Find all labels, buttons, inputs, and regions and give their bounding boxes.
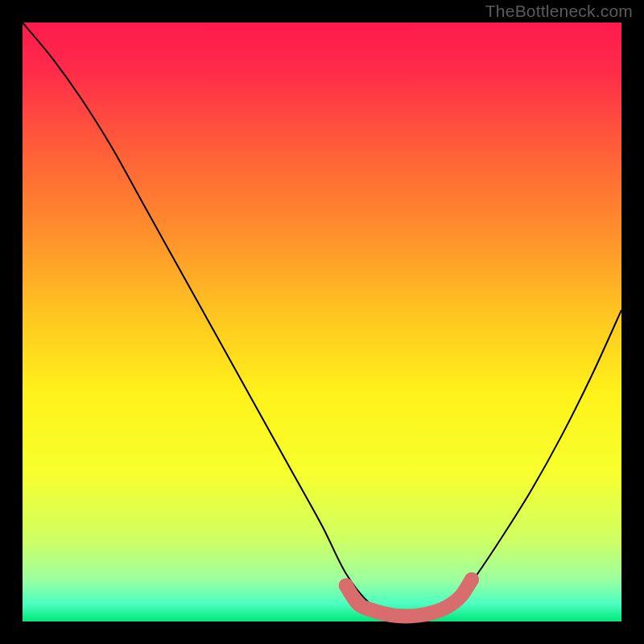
bottleneck-chart <box>0 0 644 644</box>
watermark-text: TheBottleneck.com <box>485 2 633 21</box>
highlight-dot <box>339 578 353 592</box>
plot-background <box>23 23 621 621</box>
highlight-dot <box>464 572 479 587</box>
chart-stage: TheBottleneck.com <box>0 0 644 644</box>
